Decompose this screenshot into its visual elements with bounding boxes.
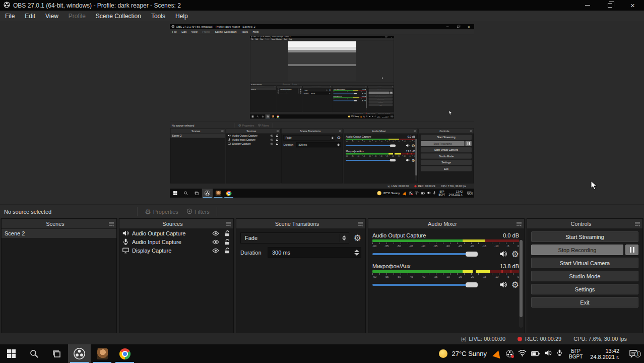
menu-help[interactable]: Help (288, 39, 293, 40)
lock-icon[interactable] (275, 134, 279, 137)
dock-menu-icon[interactable] (339, 129, 342, 134)
dock-menu-icon[interactable] (277, 129, 279, 134)
task-view-button[interactable] (191, 189, 202, 198)
battery-icon[interactable] (531, 349, 540, 358)
taskbar-chrome-app[interactable] (276, 114, 281, 118)
filters-button[interactable]: Filters (291, 83, 298, 85)
dock-menu-icon[interactable] (414, 129, 416, 134)
scenes-header[interactable]: Scenes (170, 129, 225, 134)
display-capture-preview[interactable]: OBS 27.0.1 (64-bit, windows) - Profile: … (170, 24, 474, 198)
studio-mode-button[interactable]: Studio Mode (421, 154, 472, 159)
settings-button[interactable]: Settings (531, 284, 638, 294)
restore-button[interactable] (599, 0, 621, 11)
exit-button[interactable]: Exit (421, 166, 472, 171)
start-button[interactable] (250, 114, 255, 118)
search-button[interactable] (255, 114, 260, 118)
mixer-scrollbar-thumb[interactable] (520, 240, 523, 317)
menu-edit[interactable]: Edit (254, 39, 259, 40)
battery-icon[interactable] (369, 115, 371, 117)
visibility-eye-icon[interactable] (297, 90, 299, 91)
filters-button[interactable]: Filters (256, 124, 271, 127)
weather-text[interactable]: 27°C Sunny (351, 115, 359, 117)
search-button[interactable] (180, 189, 191, 198)
properties-button[interactable]: ⚙ Properties (236, 124, 256, 128)
menu-help[interactable]: Help (250, 30, 261, 34)
dock-menu-icon[interactable] (470, 129, 472, 134)
settings-button[interactable]: Settings (369, 100, 393, 103)
visibility-eye-icon[interactable] (297, 88, 299, 89)
dock-menu-icon[interactable] (358, 219, 363, 228)
mute-speaker-icon[interactable] (362, 93, 364, 95)
volume-slider[interactable] (346, 144, 404, 148)
stop-recording-button[interactable]: Stop Recording (369, 92, 390, 94)
dock-menu-icon[interactable] (109, 219, 114, 228)
menu-file[interactable]: File (250, 39, 254, 40)
duration-spinner[interactable] (352, 250, 361, 256)
taskbar-clock[interactable]: 13:42 24.8.2021 г. (382, 115, 389, 117)
lock-icon[interactable] (300, 92, 302, 94)
scene-list-item[interactable]: Scene 2 (2, 229, 116, 238)
pause-recording-button[interactable] (625, 245, 638, 255)
wifi-icon[interactable] (415, 191, 419, 196)
language-indicator[interactable]: БГР BGPT (439, 191, 445, 196)
dock-menu-icon[interactable] (635, 219, 640, 228)
volume-slider[interactable] (346, 158, 404, 163)
mute-speaker-icon[interactable] (499, 281, 507, 289)
mixer-scrollbar[interactable] (366, 91, 367, 111)
scene-list-item[interactable]: Scene 2 (250, 88, 276, 90)
source-row[interactable]: Display Capture (226, 142, 280, 146)
taskbar-obs-app[interactable] (68, 344, 91, 363)
audio-mixer-header[interactable]: Audio Mixer (344, 129, 417, 134)
transition-settings-gear-icon[interactable]: ⚙ (337, 136, 341, 141)
volume-slider-handle[interactable] (354, 100, 357, 101)
start-streaming-button[interactable]: Start Streaming (531, 231, 638, 242)
dock-menu-icon[interactable] (517, 219, 522, 228)
menu-file[interactable]: File (170, 30, 179, 34)
task-view-button[interactable] (260, 114, 265, 118)
avast-icon[interactable] (492, 349, 502, 358)
language-indicator[interactable]: БГР BGPT (569, 348, 583, 359)
transition-settings-gear-icon[interactable]: ⚙ (329, 89, 331, 91)
visibility-eye-icon[interactable] (212, 248, 220, 253)
microphone-tray-icon[interactable] (374, 115, 375, 117)
volume-slider-handle[interactable] (390, 144, 396, 147)
taskbar-clock[interactable]: 13:42 24.8.2021 г. (590, 348, 619, 360)
mixer-scrollbar[interactable] (415, 139, 417, 180)
transition-select[interactable]: Fade (240, 232, 349, 244)
visibility-eye-icon[interactable] (212, 239, 220, 245)
action-center-button[interactable]: 1 (390, 115, 393, 117)
start-button[interactable] (170, 189, 180, 198)
taskbar-photos-app[interactable] (91, 344, 113, 363)
language-indicator[interactable]: БГР BGPT (377, 115, 380, 118)
lock-icon[interactable] (300, 88, 302, 90)
volume-icon[interactable] (427, 191, 431, 196)
exit-button[interactable]: Exit (369, 103, 393, 106)
preview-area[interactable]: OBS 27.0.1 (64-bit, windows) - Profile: … (0, 21, 644, 204)
weather-sun-icon[interactable] (377, 191, 381, 195)
weather-text[interactable]: 27°C Sunny (452, 350, 487, 357)
volume-icon[interactable] (372, 115, 374, 117)
channel-settings-gear-icon[interactable]: ⚙ (412, 158, 415, 163)
filters-button[interactable]: Filters (182, 208, 214, 215)
pause-recording-button[interactable] (390, 92, 393, 94)
menu-view[interactable]: View (40, 13, 63, 20)
obs-tray-icon[interactable] (506, 350, 513, 357)
source-row[interactable]: Display Capture (277, 92, 302, 94)
start-button[interactable] (0, 344, 23, 363)
sources-header[interactable]: Sources (226, 129, 280, 134)
preview-area[interactable]: OBS 27.0.1 (64-bit, windows) - Profile: … (170, 34, 474, 122)
wifi-icon[interactable] (366, 115, 368, 117)
wifi-icon[interactable] (518, 349, 527, 358)
display-capture-preview[interactable]: OBS 27.0.1 (64-bit, windows) - Profile: … (250, 36, 394, 118)
controls-header[interactable]: Controls (527, 219, 642, 229)
visibility-eye-icon[interactable] (270, 143, 274, 145)
volume-slider-handle[interactable] (390, 159, 396, 162)
obs-tray-icon[interactable] (409, 192, 413, 195)
battery-icon[interactable] (421, 191, 425, 196)
transition-settings-gear-icon[interactable]: ⚙ (354, 233, 361, 243)
visibility-eye-icon[interactable] (212, 231, 220, 236)
search-button[interactable] (23, 344, 45, 363)
mixer-scrollbar[interactable] (519, 240, 523, 328)
mute-speaker-icon[interactable] (362, 100, 364, 102)
start-virtual-camera-button[interactable]: Start Virtual Camera (531, 258, 638, 268)
